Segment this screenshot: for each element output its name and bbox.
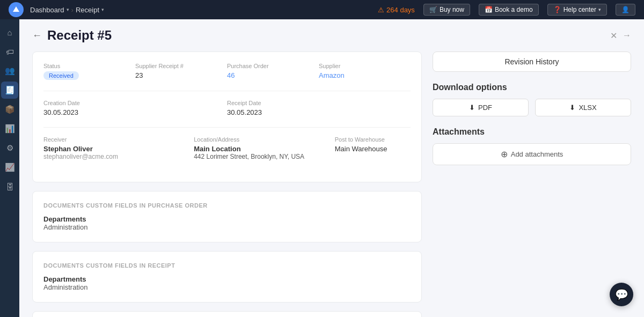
- sidebar: ⌂ 🏷 👥 🧾 📦 📊 ⚙ 📈 🗄: [0, 19, 19, 317]
- xlsx-icon: ⬇: [569, 104, 575, 112]
- custom-fields-receipt-card: DOCUMENTS CUSTOM FIELDS IN RECEIPT Depar…: [32, 251, 422, 303]
- svg-marker-0: [13, 6, 19, 12]
- add-attachments-button[interactable]: ⊕ Add attachments: [433, 143, 631, 165]
- nav-dashboard[interactable]: Dashboard ▾: [30, 6, 69, 14]
- table-section: Show Purchase Order View Stock Balance #…: [32, 311, 422, 317]
- purchase-order-link[interactable]: 46: [227, 71, 308, 79]
- supplier-field: Supplier Amazon: [319, 63, 411, 80]
- top-navigation: Dashboard ▾ › Receipt ▾ ⚠ 264 days 🛒 Buy…: [0, 0, 644, 19]
- warehouse-field: Post to Warehouse Main Warehouse: [335, 136, 411, 160]
- departments-label-po: Departments: [43, 215, 411, 223]
- divider-1: [43, 91, 411, 91]
- receipt-chevron-icon: ▾: [101, 7, 104, 12]
- help-chevron-icon: ▾: [598, 7, 601, 12]
- download-options-section: Download options ⬇ PDF ⬇ XLSX: [433, 83, 631, 116]
- nav-separator: ›: [71, 6, 74, 14]
- pdf-download-button[interactable]: ⬇ PDF: [433, 99, 529, 116]
- placeholder-field-2: [319, 100, 411, 116]
- app-logo[interactable]: [9, 2, 24, 17]
- departments-value-receipt: Administration: [43, 283, 411, 291]
- user-icon: 👤: [621, 6, 630, 13]
- header-actions: ✕ →: [610, 31, 631, 41]
- supplier-link[interactable]: Amazon: [319, 71, 400, 79]
- chat-icon: 💬: [615, 288, 628, 301]
- placeholder-field: [135, 100, 227, 116]
- departments-label-receipt: Departments: [43, 275, 411, 283]
- pdf-icon: ⬇: [469, 104, 475, 112]
- sidebar-item-users[interactable]: 👥: [1, 62, 18, 79]
- sidebar-item-database[interactable]: 🗄: [1, 178, 18, 195]
- receipt-date-field: Receipt Date 30.05.2023: [227, 100, 319, 116]
- location-field: Location/Address Main Location 442 Lorim…: [194, 136, 335, 160]
- page-title: Receipt #5: [47, 28, 112, 43]
- next-button[interactable]: →: [623, 31, 631, 41]
- status-badge: Received: [43, 71, 79, 80]
- book-demo-button[interactable]: 📅 Book a demo: [479, 4, 539, 16]
- xlsx-download-button[interactable]: ⬇ XLSX: [535, 99, 631, 116]
- download-buttons: ⬇ PDF ⬇ XLSX: [433, 99, 631, 116]
- revision-history-button[interactable]: Revision History: [433, 51, 631, 72]
- page-header: ← Receipt #5 ✕ →: [32, 28, 631, 43]
- purchase-order-field: Purchase Order 46: [227, 63, 319, 80]
- supplier-receipt-field: Supplier Receipt # 23: [135, 63, 227, 80]
- receipt-details-card: Status Received Supplier Receipt # 23 Pu…: [32, 51, 422, 182]
- departments-value-po: Administration: [43, 223, 411, 231]
- plus-circle-icon: ⊕: [501, 149, 508, 159]
- close-button[interactable]: ✕: [610, 31, 617, 41]
- main-panel: Status Received Supplier Receipt # 23 Pu…: [32, 51, 422, 317]
- attachments-section: Attachments ⊕ Add attachments: [433, 127, 631, 165]
- attachments-title: Attachments: [433, 127, 631, 137]
- fields-row-3: Receiver Stephan Oliver stephanoliver@ac…: [43, 136, 411, 160]
- alert-icon: ⚠: [378, 6, 384, 14]
- calendar-icon: 📅: [485, 6, 493, 13]
- back-button[interactable]: ←: [32, 30, 42, 41]
- buy-now-button[interactable]: 🛒 Buy now: [423, 4, 470, 16]
- sidebar-item-settings[interactable]: ⚙: [1, 139, 18, 157]
- sidebar-item-box[interactable]: 📦: [1, 101, 18, 118]
- download-options-title: Download options: [433, 83, 631, 92]
- sidebar-item-tags[interactable]: 🏷: [1, 43, 18, 60]
- sidebar-item-home[interactable]: ⌂: [1, 24, 18, 41]
- days-badge: ⚠ 264 days: [378, 6, 415, 14]
- help-center-button[interactable]: ❓ Help center ▾: [547, 4, 607, 16]
- status-field: Status Received: [43, 63, 135, 80]
- sidebar-item-receipt[interactable]: 🧾: [1, 82, 18, 99]
- sidebar-item-reports[interactable]: 📈: [1, 159, 18, 176]
- fields-row-1: Status Received Supplier Receipt # 23 Pu…: [43, 63, 411, 80]
- creation-date-field: Creation Date 30.05.2023: [43, 100, 135, 116]
- side-panel: Revision History Download options ⬇ PDF …: [433, 51, 631, 317]
- chat-bubble-button[interactable]: 💬: [610, 283, 633, 306]
- help-icon: ❓: [553, 6, 561, 13]
- main-content: ← Receipt #5 ✕ → Status Received: [19, 19, 644, 317]
- fields-row-2: Creation Date 30.05.2023 Receipt Date 30…: [43, 100, 411, 116]
- sidebar-item-chart[interactable]: 📊: [1, 120, 18, 137]
- table-actions: Show Purchase Order View Stock Balance: [33, 312, 421, 317]
- dashboard-chevron-icon: ▾: [67, 7, 69, 12]
- divider-2: [43, 127, 411, 128]
- user-profile-button[interactable]: 👤: [616, 4, 635, 16]
- nav-receipt[interactable]: Receipt ▾: [76, 6, 104, 14]
- custom-fields-po-card: DOCUMENTS CUSTOM FIELDS IN PURCHASE ORDE…: [32, 191, 422, 242]
- receiver-field: Receiver Stephan Oliver stephanoliver@ac…: [43, 136, 129, 160]
- cart-icon: 🛒: [429, 6, 437, 13]
